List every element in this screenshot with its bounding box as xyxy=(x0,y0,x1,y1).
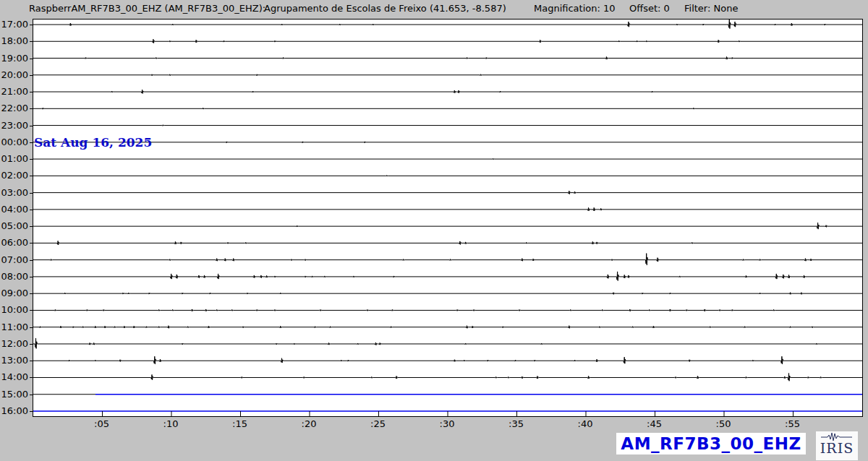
trace-row-0200 xyxy=(33,176,862,176)
trace-row-2000 xyxy=(33,74,862,76)
hour-label-1900: 19:00 xyxy=(0,53,28,64)
trace-row-1700 xyxy=(33,20,862,29)
date-label: Sat Aug 16, 2025 xyxy=(34,135,152,150)
trace-row-0900 xyxy=(33,293,862,295)
hour-label-1700: 17:00 xyxy=(0,19,28,30)
hour-label-0800: 08:00 xyxy=(0,271,28,282)
hour-label-2200: 22:00 xyxy=(0,103,28,113)
hour-label-2300: 23:00 xyxy=(0,120,28,131)
hour-label-1000: 10:00 xyxy=(0,304,28,315)
hour-label-1200: 12:00 xyxy=(0,338,28,349)
iris-logo-text: IRIS xyxy=(820,441,854,455)
trace-row-1300 xyxy=(33,356,862,364)
trace-row-0500 xyxy=(33,223,862,229)
minute-label-45: :45 xyxy=(647,418,662,429)
hour-label-0700: 07:00 xyxy=(0,254,28,265)
trace-row-0600 xyxy=(33,241,862,244)
trace-row-1800 xyxy=(33,39,862,43)
trace-row-1100 xyxy=(33,326,862,329)
trace-row-1900 xyxy=(33,57,862,60)
hour-label-0400: 04:00 xyxy=(0,204,28,215)
trace-row-0100 xyxy=(33,158,862,159)
minute-label-15: :15 xyxy=(232,418,247,429)
hour-label-1500: 15:00 xyxy=(0,389,28,400)
title-station: RaspberrAM_RF7B3_00_EHZ (AM_RF7B3_00_EHZ… xyxy=(29,3,265,14)
trace-row-0400 xyxy=(33,207,862,211)
title-location: Agrupamento de Escolas de Freixo (41.653… xyxy=(264,3,506,14)
trace-row-0700 xyxy=(33,254,862,265)
hour-label-2100: 21:00 xyxy=(0,86,28,97)
trace-row-0000 xyxy=(33,142,862,143)
hour-label-0600: 06:00 xyxy=(0,237,28,248)
hour-label-0500: 05:00 xyxy=(0,220,28,231)
hour-label-0900: 09:00 xyxy=(0,288,28,298)
trace-row-1200 xyxy=(33,338,862,348)
trace-row-0800 xyxy=(33,272,862,281)
minute-label-40: :40 xyxy=(578,418,593,429)
minute-label-10: :10 xyxy=(163,418,179,429)
hour-label-1100: 11:00 xyxy=(0,322,28,332)
trace-row-2300 xyxy=(33,125,862,126)
station-badge-link[interactable]: AM_RF7B3_00_EHZ xyxy=(616,433,806,454)
helicorder-page: { "header": { "station_title": "Raspberr… xyxy=(0,0,868,461)
title-offset: Offset: 0 xyxy=(629,3,670,14)
plot-area xyxy=(33,19,863,417)
station-badge-text: AM_RF7B3_00_EHZ xyxy=(621,434,801,453)
minute-label-20: :20 xyxy=(302,418,317,429)
hour-label-1800: 18:00 xyxy=(0,35,28,46)
trace-row-1000 xyxy=(33,309,862,311)
helicorder-traces xyxy=(33,20,862,416)
minute-label-55: :55 xyxy=(785,418,800,429)
minute-label-30: :30 xyxy=(440,418,455,429)
minute-label-25: :25 xyxy=(370,418,386,429)
hour-label-1400: 14:00 xyxy=(0,371,28,382)
minute-label-50: :50 xyxy=(716,418,731,429)
hour-label-0300: 03:00 xyxy=(0,187,28,198)
hour-label-0100: 01:00 xyxy=(0,153,28,164)
trace-row-1400 xyxy=(33,373,862,381)
minute-label-5: :05 xyxy=(94,418,109,429)
title-filter: Filter: None xyxy=(684,3,738,14)
hour-label-1300: 13:00 xyxy=(0,355,28,366)
trace-row-0300 xyxy=(33,191,862,194)
title-magnification: Magnification: 10 xyxy=(534,3,616,14)
hour-label-1600: 16:00 xyxy=(0,405,28,416)
hour-label-0200: 02:00 xyxy=(0,170,28,181)
trace-row-2100 xyxy=(33,90,862,93)
trace-row-2200 xyxy=(33,108,862,109)
minute-ticks xyxy=(103,411,793,416)
minute-label-35: :35 xyxy=(509,418,524,429)
iris-logo[interactable]: IRIS xyxy=(816,431,858,460)
hour-label-2000: 20:00 xyxy=(0,69,28,80)
hour-label-0000: 00:00 xyxy=(0,137,28,147)
